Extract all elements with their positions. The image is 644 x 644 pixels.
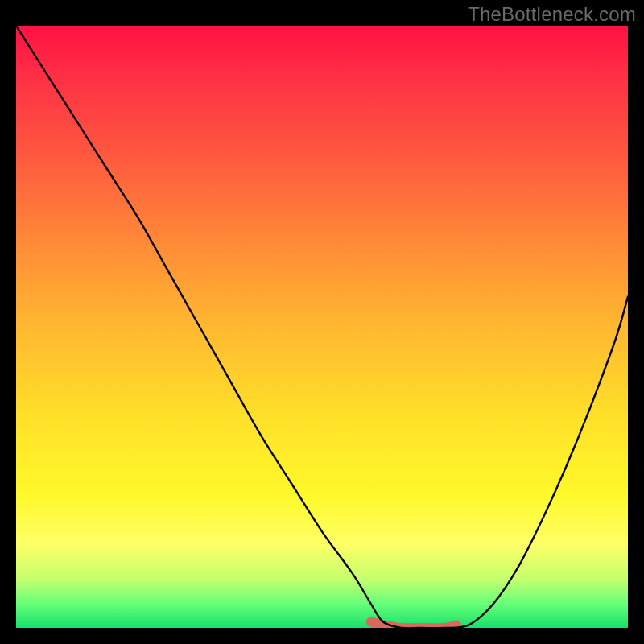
bottleneck-chart: TheBottleneck.com <box>0 0 644 644</box>
bottleneck-curve <box>16 26 628 628</box>
curve-layer <box>16 26 628 628</box>
watermark: TheBottleneck.com <box>468 3 636 26</box>
plot-area <box>16 26 628 628</box>
